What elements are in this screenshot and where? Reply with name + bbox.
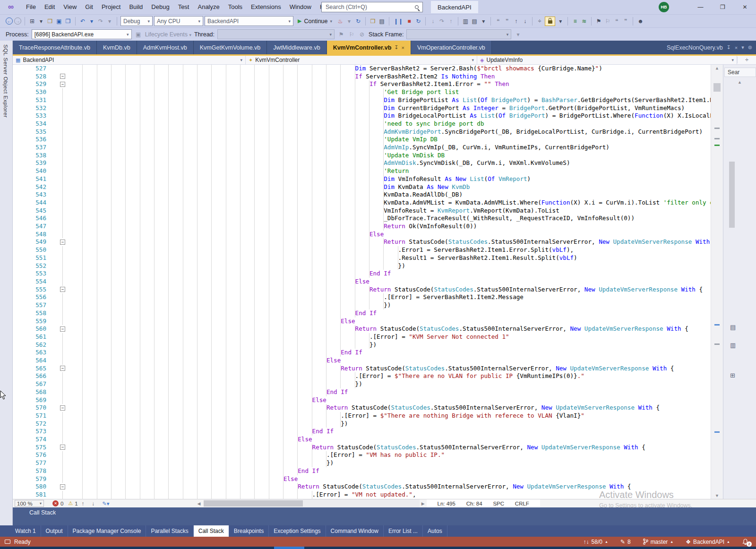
code-line[interactable]: 576.[Error] = "VM has no public IP." <box>13 451 711 459</box>
code-lines[interactable]: 527Dim ServerBashRet2 = Server2.Bash($"b… <box>13 65 711 499</box>
folding-margin[interactable] <box>52 372 69 380</box>
folding-margin[interactable] <box>52 262 69 270</box>
refresh-app-icon[interactable]: ↻ <box>414 17 422 26</box>
line-number[interactable]: 528 <box>13 73 52 81</box>
folding-margin[interactable]: − <box>52 404 69 412</box>
collapse-regions-icon[interactable]: ÷ <box>536 17 543 26</box>
code-line[interactable]: 543KvmData.ReadAllDb(_DB) <box>13 191 711 199</box>
line-number[interactable]: 559 <box>13 317 52 326</box>
gear-icon[interactable]: ⊛ <box>748 44 752 51</box>
code-editor[interactable]: 527Dim ServerBashRet2 = Server2.Bash($"b… <box>13 65 756 499</box>
code-line[interactable]: 532Dim CurrentBridgePort As Integer = Br… <box>13 104 711 112</box>
code-line[interactable]: 544KvmData.AdmVMList = KvmData.AdmVMList… <box>13 199 711 207</box>
folding-margin[interactable] <box>52 167 69 175</box>
line-ending-indicator[interactable]: CRLF <box>515 501 529 506</box>
step-out-icon[interactable]: ↑ <box>447 17 455 26</box>
folding-margin[interactable] <box>52 246 69 254</box>
scroll-down-icon[interactable]: ▼ <box>711 493 723 498</box>
line-number[interactable]: 535 <box>13 128 52 136</box>
undo-icon[interactable]: ↶ <box>79 17 86 26</box>
folding-margin[interactable] <box>52 120 69 128</box>
line-number[interactable]: 578 <box>13 467 52 475</box>
code-line[interactable]: 527Dim ServerBashRet2 = Server2.Bash($"b… <box>13 65 711 73</box>
undo-caret-icon[interactable]: ▾ <box>88 17 95 26</box>
line-number[interactable]: 558 <box>13 309 52 317</box>
folding-margin[interactable] <box>52 270 69 278</box>
break-all-icon[interactable]: ❙❙ <box>393 17 404 26</box>
scroll-up-icon[interactable]: ▲ <box>711 66 723 70</box>
line-number[interactable]: 567 <box>13 380 52 388</box>
folding-margin[interactable] <box>52 96 69 104</box>
folding-margin[interactable] <box>52 428 69 436</box>
folding-margin[interactable] <box>52 231 69 239</box>
tab-kvmgetkvmvolume-vb[interactable]: KvmGetKvmVolume.vb <box>194 41 267 54</box>
flag-icon[interactable]: ⚑ <box>337 30 345 39</box>
code-line[interactable]: 568End If <box>13 388 711 396</box>
line-number[interactable]: 544 <box>13 199 52 207</box>
line-number[interactable]: 570 <box>13 404 52 412</box>
keep-open-icon[interactable]: ↧ <box>727 44 731 51</box>
code-line[interactable]: 573End If <box>13 428 711 436</box>
code-line[interactable]: 559Else <box>13 317 711 326</box>
panel-tab-autos[interactable]: Autos <box>423 525 447 537</box>
panel-icon[interactable]: ▤ <box>730 324 736 331</box>
code-line[interactable]: 564Else <box>13 357 711 365</box>
line-number[interactable]: 554 <box>13 278 52 286</box>
prev-comment-icon[interactable]: ❝ <box>494 17 502 26</box>
new-item-caret-icon[interactable]: ▾ <box>37 17 45 26</box>
menu-tools[interactable]: Tools <box>224 0 247 14</box>
line-number[interactable]: 556 <box>13 293 52 301</box>
collapse-icon[interactable]: − <box>60 405 65 411</box>
collapse-icon[interactable]: − <box>60 287 65 292</box>
line-number[interactable]: 538 <box>13 152 52 160</box>
scrollbar-thumb[interactable] <box>713 83 721 92</box>
folding-margin[interactable] <box>52 451 69 459</box>
vertical-scrollbar[interactable]: ▲ ▼ <box>711 65 723 499</box>
folding-margin[interactable] <box>52 278 69 286</box>
class-dropdown[interactable]: ✦ KvmVmController ▾ <box>246 56 477 64</box>
line-number[interactable]: 540 <box>13 167 52 175</box>
tab-kvmdb-vb[interactable]: KvmDb.vb <box>97 41 137 54</box>
code-line[interactable]: 553End If <box>13 270 711 278</box>
line-number[interactable]: 561 <box>13 333 52 341</box>
folding-margin[interactable] <box>52 112 69 120</box>
folding-margin[interactable] <box>52 191 69 199</box>
notifications-button[interactable]: 2 <box>742 539 748 545</box>
folding-margin[interactable] <box>52 317 69 326</box>
prev-issue-icon[interactable]: ↑ <box>82 501 85 506</box>
code-line[interactable]: 557}) <box>13 301 711 309</box>
folding-margin[interactable] <box>52 420 69 428</box>
line-number[interactable]: 572 <box>13 420 52 428</box>
collapse-icon[interactable]: − <box>60 74 65 79</box>
code-line[interactable]: 567}) <box>13 380 711 388</box>
code-line[interactable]: 539AdmVmDisk.SyncVmDisk(_DB, CurVm.i, Vm… <box>13 159 711 167</box>
line-number[interactable]: 566 <box>13 372 52 380</box>
folding-margin[interactable] <box>52 152 69 160</box>
line-number[interactable]: 565 <box>13 365 52 373</box>
code-map-icon[interactable]: ▥ <box>462 17 469 26</box>
folding-margin[interactable] <box>52 309 69 317</box>
line-number[interactable]: 541 <box>13 175 52 183</box>
minimize-button[interactable]: — <box>689 0 712 14</box>
line-number[interactable]: 571 <box>13 412 52 420</box>
split-window-button[interactable]: ÷ <box>737 57 756 63</box>
folding-margin[interactable]: − <box>52 238 69 246</box>
line-number[interactable]: 534 <box>13 120 52 128</box>
folding-margin[interactable] <box>52 65 69 73</box>
code-line[interactable]: 541Dim VmInfoResult As New List(Of VmRep… <box>13 175 711 183</box>
panel-tab-parallel-stacks[interactable]: Parallel Stacks <box>146 525 193 537</box>
nav-back-icon[interactable]: ← <box>6 17 13 25</box>
folding-margin[interactable] <box>52 380 69 388</box>
code-line[interactable]: 534'need to sync bridge port db <box>13 120 711 128</box>
scrollbar-thumb[interactable] <box>729 162 735 228</box>
tab-jwtmiddleware-vb[interactable]: JwtMiddleware.vb <box>267 41 326 54</box>
code-line[interactable]: 563End If <box>13 349 711 357</box>
grid-icon[interactable]: ⊞ <box>730 372 735 379</box>
code-line[interactable]: 581.[Error] = "VM not updated.", <box>13 491 711 499</box>
folding-margin[interactable] <box>52 412 69 420</box>
line-number[interactable]: 533 <box>13 112 52 120</box>
menu-window[interactable]: Window <box>285 0 316 14</box>
step-into-icon[interactable]: ↓ <box>429 17 437 26</box>
line-number[interactable]: 551 <box>13 254 52 262</box>
flag-outline-icon[interactable]: ⚐ <box>348 30 355 39</box>
